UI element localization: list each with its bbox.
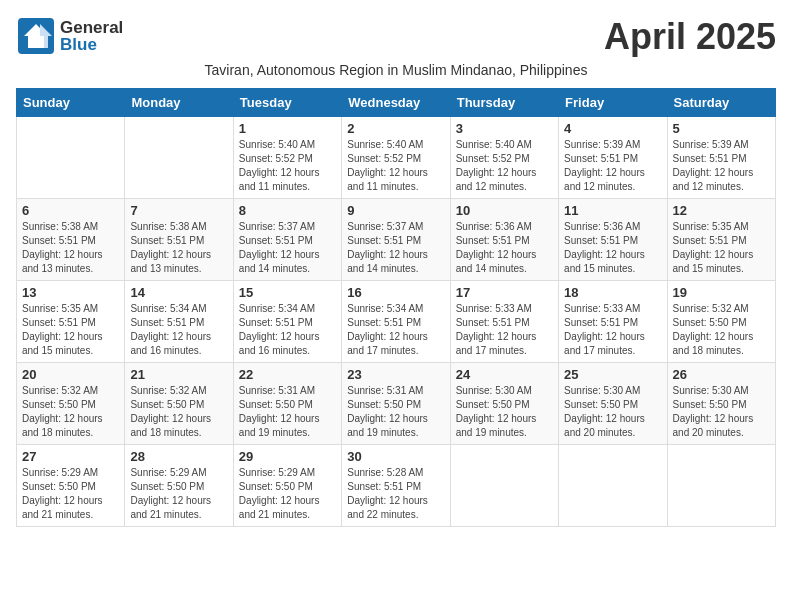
calendar-cell: 30Sunrise: 5:28 AM Sunset: 5:51 PM Dayli… [342,445,450,527]
day-info: Sunrise: 5:29 AM Sunset: 5:50 PM Dayligh… [130,466,227,522]
column-header-wednesday: Wednesday [342,89,450,117]
calendar-cell: 23Sunrise: 5:31 AM Sunset: 5:50 PM Dayli… [342,363,450,445]
day-number: 27 [22,449,119,464]
day-info: Sunrise: 5:29 AM Sunset: 5:50 PM Dayligh… [22,466,119,522]
calendar-cell: 10Sunrise: 5:36 AM Sunset: 5:51 PM Dayli… [450,199,558,281]
day-info: Sunrise: 5:38 AM Sunset: 5:51 PM Dayligh… [22,220,119,276]
day-number: 30 [347,449,444,464]
day-number: 17 [456,285,553,300]
day-info: Sunrise: 5:28 AM Sunset: 5:51 PM Dayligh… [347,466,444,522]
calendar-cell: 22Sunrise: 5:31 AM Sunset: 5:50 PM Dayli… [233,363,341,445]
logo-general: General [60,19,123,36]
calendar-cell: 19Sunrise: 5:32 AM Sunset: 5:50 PM Dayli… [667,281,775,363]
day-number: 22 [239,367,336,382]
calendar-cell: 3Sunrise: 5:40 AM Sunset: 5:52 PM Daylig… [450,117,558,199]
calendar-cell: 6Sunrise: 5:38 AM Sunset: 5:51 PM Daylig… [17,199,125,281]
calendar-cell: 2Sunrise: 5:40 AM Sunset: 5:52 PM Daylig… [342,117,450,199]
day-number: 15 [239,285,336,300]
calendar-week-row: 27Sunrise: 5:29 AM Sunset: 5:50 PM Dayli… [17,445,776,527]
header: General Blue April 2025 [16,16,776,58]
column-header-monday: Monday [125,89,233,117]
logo-icon [16,16,56,56]
day-number: 7 [130,203,227,218]
calendar-cell: 27Sunrise: 5:29 AM Sunset: 5:50 PM Dayli… [17,445,125,527]
day-info: Sunrise: 5:36 AM Sunset: 5:51 PM Dayligh… [564,220,661,276]
day-info: Sunrise: 5:34 AM Sunset: 5:51 PM Dayligh… [239,302,336,358]
calendar-cell: 28Sunrise: 5:29 AM Sunset: 5:50 PM Dayli… [125,445,233,527]
calendar-cell: 16Sunrise: 5:34 AM Sunset: 5:51 PM Dayli… [342,281,450,363]
calendar-cell: 5Sunrise: 5:39 AM Sunset: 5:51 PM Daylig… [667,117,775,199]
day-info: Sunrise: 5:39 AM Sunset: 5:51 PM Dayligh… [564,138,661,194]
calendar-cell: 12Sunrise: 5:35 AM Sunset: 5:51 PM Dayli… [667,199,775,281]
logo: General Blue [16,16,123,56]
calendar-cell: 9Sunrise: 5:37 AM Sunset: 5:51 PM Daylig… [342,199,450,281]
logo-blue: Blue [60,36,123,53]
day-number: 10 [456,203,553,218]
calendar-cell: 20Sunrise: 5:32 AM Sunset: 5:50 PM Dayli… [17,363,125,445]
calendar-week-row: 13Sunrise: 5:35 AM Sunset: 5:51 PM Dayli… [17,281,776,363]
calendar-cell: 18Sunrise: 5:33 AM Sunset: 5:51 PM Dayli… [559,281,667,363]
day-info: Sunrise: 5:32 AM Sunset: 5:50 PM Dayligh… [673,302,770,358]
day-info: Sunrise: 5:30 AM Sunset: 5:50 PM Dayligh… [564,384,661,440]
day-number: 9 [347,203,444,218]
day-info: Sunrise: 5:36 AM Sunset: 5:51 PM Dayligh… [456,220,553,276]
calendar-cell: 24Sunrise: 5:30 AM Sunset: 5:50 PM Dayli… [450,363,558,445]
day-number: 29 [239,449,336,464]
calendar-week-row: 1Sunrise: 5:40 AM Sunset: 5:52 PM Daylig… [17,117,776,199]
calendar-cell [667,445,775,527]
calendar-cell: 17Sunrise: 5:33 AM Sunset: 5:51 PM Dayli… [450,281,558,363]
calendar-cell: 11Sunrise: 5:36 AM Sunset: 5:51 PM Dayli… [559,199,667,281]
day-info: Sunrise: 5:40 AM Sunset: 5:52 PM Dayligh… [456,138,553,194]
calendar-week-row: 20Sunrise: 5:32 AM Sunset: 5:50 PM Dayli… [17,363,776,445]
calendar-week-row: 6Sunrise: 5:38 AM Sunset: 5:51 PM Daylig… [17,199,776,281]
day-info: Sunrise: 5:39 AM Sunset: 5:51 PM Dayligh… [673,138,770,194]
calendar-cell: 7Sunrise: 5:38 AM Sunset: 5:51 PM Daylig… [125,199,233,281]
day-number: 2 [347,121,444,136]
column-header-sunday: Sunday [17,89,125,117]
day-info: Sunrise: 5:33 AM Sunset: 5:51 PM Dayligh… [456,302,553,358]
column-header-thursday: Thursday [450,89,558,117]
day-info: Sunrise: 5:38 AM Sunset: 5:51 PM Dayligh… [130,220,227,276]
day-number: 16 [347,285,444,300]
day-number: 28 [130,449,227,464]
column-header-tuesday: Tuesday [233,89,341,117]
calendar-cell [17,117,125,199]
day-number: 20 [22,367,119,382]
day-number: 26 [673,367,770,382]
day-info: Sunrise: 5:31 AM Sunset: 5:50 PM Dayligh… [239,384,336,440]
calendar-cell: 29Sunrise: 5:29 AM Sunset: 5:50 PM Dayli… [233,445,341,527]
month-year-title: April 2025 [604,16,776,58]
day-info: Sunrise: 5:34 AM Sunset: 5:51 PM Dayligh… [347,302,444,358]
calendar-cell: 26Sunrise: 5:30 AM Sunset: 5:50 PM Dayli… [667,363,775,445]
day-number: 21 [130,367,227,382]
day-number: 3 [456,121,553,136]
subtitle: Taviran, Autonomous Region in Muslim Min… [16,62,776,78]
day-info: Sunrise: 5:35 AM Sunset: 5:51 PM Dayligh… [673,220,770,276]
calendar-cell: 13Sunrise: 5:35 AM Sunset: 5:51 PM Dayli… [17,281,125,363]
day-info: Sunrise: 5:30 AM Sunset: 5:50 PM Dayligh… [673,384,770,440]
calendar-cell: 25Sunrise: 5:30 AM Sunset: 5:50 PM Dayli… [559,363,667,445]
calendar-cell: 14Sunrise: 5:34 AM Sunset: 5:51 PM Dayli… [125,281,233,363]
day-info: Sunrise: 5:29 AM Sunset: 5:50 PM Dayligh… [239,466,336,522]
calendar-header-row: SundayMondayTuesdayWednesdayThursdayFrid… [17,89,776,117]
day-info: Sunrise: 5:35 AM Sunset: 5:51 PM Dayligh… [22,302,119,358]
day-info: Sunrise: 5:31 AM Sunset: 5:50 PM Dayligh… [347,384,444,440]
calendar-cell: 21Sunrise: 5:32 AM Sunset: 5:50 PM Dayli… [125,363,233,445]
day-info: Sunrise: 5:40 AM Sunset: 5:52 PM Dayligh… [239,138,336,194]
calendar-cell [559,445,667,527]
day-number: 25 [564,367,661,382]
day-number: 6 [22,203,119,218]
day-number: 14 [130,285,227,300]
calendar-cell [125,117,233,199]
day-number: 13 [22,285,119,300]
calendar-cell: 4Sunrise: 5:39 AM Sunset: 5:51 PM Daylig… [559,117,667,199]
day-number: 8 [239,203,336,218]
calendar-cell: 1Sunrise: 5:40 AM Sunset: 5:52 PM Daylig… [233,117,341,199]
calendar-cell [450,445,558,527]
day-info: Sunrise: 5:37 AM Sunset: 5:51 PM Dayligh… [347,220,444,276]
day-number: 4 [564,121,661,136]
day-number: 19 [673,285,770,300]
day-info: Sunrise: 5:30 AM Sunset: 5:50 PM Dayligh… [456,384,553,440]
day-number: 1 [239,121,336,136]
day-number: 24 [456,367,553,382]
